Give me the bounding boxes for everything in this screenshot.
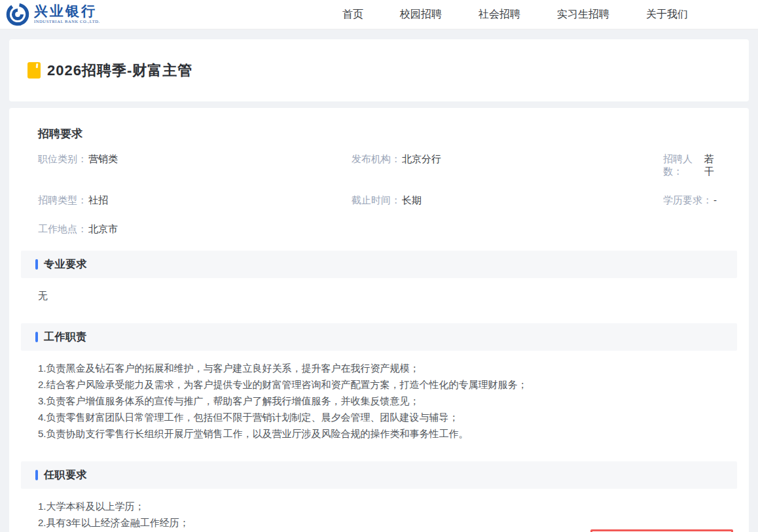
section-title: 任职要求	[44, 469, 87, 482]
duty-item: 2.结合客户风险承受能力及需求，为客户提供专业的财富管理咨询和资产配置方案，打造…	[38, 376, 720, 393]
job-document-icon	[27, 62, 41, 79]
field-label: 发布机构：	[352, 153, 401, 166]
field-value: -	[713, 194, 717, 205]
field-label: 职位类别：	[38, 153, 87, 166]
section-job-duties: 工作职责 1.负责黑金及钻石客户的拓展和维护，与客户建立良好关系，提升客户在我行…	[21, 323, 737, 442]
section-marker-bar	[35, 259, 38, 270]
logo-swirl-icon	[5, 2, 30, 27]
recruit-info-fields: 职位类别： 营销类 发布机构： 北京分行 招聘人数： 若干 招聘类型： 社招 截…	[38, 153, 720, 236]
duty-item: 3.负责客户增值服务体系的宣传与推广，帮助客户了解我行增值服务，并收集反馈意见；	[38, 393, 720, 409]
section-header: 工作职责	[21, 323, 737, 351]
field-value: 北京市	[88, 223, 118, 236]
nav-menu: 首页 校园招聘 社会招聘 实习生招聘 关于我们	[342, 8, 758, 22]
field-recruit-type: 招聘类型： 社招	[38, 194, 352, 207]
field-position-category: 职位类别： 营销类	[38, 153, 352, 178]
field-label: 学历要求：	[663, 194, 712, 207]
page-title: 2026招聘季-财富主管	[47, 61, 192, 80]
duty-item: 5.负责协助支行零售行长组织开展厅堂销售工作，以及营业厅涉及风险合规的操作类和事…	[38, 425, 720, 442]
section-header: 专业要求	[21, 251, 737, 278]
field-work-location: 工作地点： 北京市	[38, 223, 352, 236]
field-headcount: 招聘人数： 若干	[663, 153, 720, 178]
major-requirement-content: 无	[38, 287, 720, 304]
nav-item-about-us[interactable]: 关于我们	[646, 8, 688, 22]
nav-item-campus-recruit[interactable]: 校园招聘	[400, 8, 442, 22]
field-value: 社招	[88, 194, 108, 207]
section-qualifications: 任职要求 1.大学本科及以上学历； 2.具有3年以上经济金融工作经历； 3.熟悉…	[21, 461, 737, 532]
field-label: 截止时间：	[352, 194, 401, 207]
section-title: 专业要求	[44, 258, 87, 272]
logo-text-cn: 兴业银行	[34, 5, 100, 18]
field-value: 长期	[402, 194, 422, 207]
nav-item-intern-recruit[interactable]: 实习生招聘	[557, 8, 609, 22]
field-value: 若干	[704, 153, 720, 178]
top-nav: 兴业银行 INDUSTRIAL BANK CO.,LTD. 首页 校园招聘 社会…	[0, 0, 758, 29]
field-value: 营销类	[88, 153, 118, 166]
qualification-item: 2.具有3年以上经济金融工作经历；	[38, 514, 720, 531]
recruit-info-title: 招聘要求	[38, 126, 737, 141]
bank-logo[interactable]: 兴业银行 INDUSTRIAL BANK CO.,LTD.	[0, 2, 100, 27]
field-label: 工作地点：	[38, 223, 87, 236]
section-major-requirements: 专业要求 无	[21, 251, 737, 304]
field-label: 招聘人数：	[663, 153, 703, 178]
section-marker-bar	[35, 332, 38, 342]
nav-item-social-recruit[interactable]: 社会招聘	[478, 8, 520, 22]
field-value: 北京分行	[402, 153, 441, 166]
section-marker-bar	[35, 470, 38, 480]
qualification-item: 1.大学本科及以上学历；	[38, 498, 720, 514]
field-label: 招聘类型：	[38, 194, 87, 207]
duty-item: 1.负责黑金及钻石客户的拓展和维护，与客户建立良好关系，提升客户在我行资产规模；	[38, 360, 720, 376]
section-header: 任职要求	[21, 461, 737, 489]
field-deadline: 截止时间： 长期	[352, 194, 663, 207]
field-publish-org: 发布机构： 北京分行	[352, 153, 663, 178]
nav-item-home[interactable]: 首页	[342, 8, 363, 22]
logo-text-en: INDUSTRIAL BANK CO.,LTD.	[34, 20, 100, 24]
duty-item: 4.负责零售财富团队日常管理工作，包括但不限于营销计划制定、晨夕会管理、团队建设…	[38, 409, 720, 425]
job-detail-card: 招聘要求 职位类别： 营销类 发布机构： 北京分行 招聘人数： 若干 招聘类型：…	[9, 108, 749, 532]
field-education-requirement: 学历要求： -	[663, 194, 720, 207]
afp-cfp-highlight-box: 通过AFP、CFP认证者优先；	[590, 529, 733, 532]
section-title: 工作职责	[44, 330, 87, 344]
job-title-card: 2026招聘季-财富主管	[9, 39, 749, 101]
